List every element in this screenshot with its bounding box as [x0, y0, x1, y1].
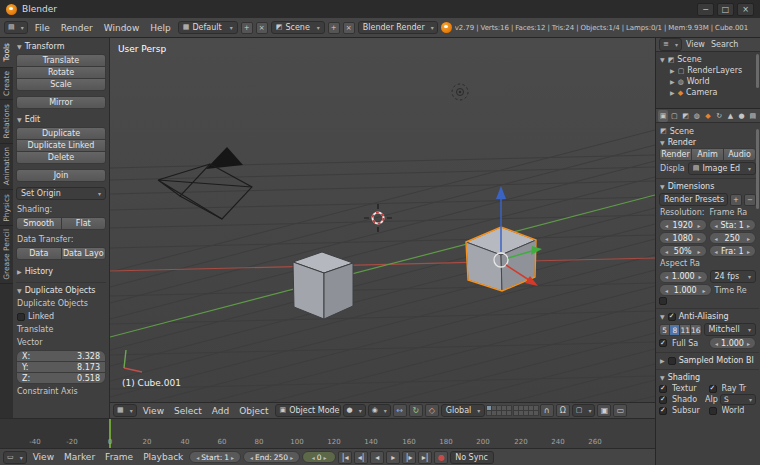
world-checkbox[interactable]: [709, 407, 717, 415]
ptab-render[interactable]: ▣: [658, 110, 668, 122]
redo-panel-header[interactable]: Duplicate Objects: [16, 282, 106, 296]
maximize-button[interactable]: □: [717, 3, 734, 16]
cube-object[interactable]: [293, 252, 353, 319]
ptab-modifiers[interactable]: ↻: [714, 110, 724, 122]
raytrace-checkbox[interactable]: [709, 385, 717, 393]
timeline-marker-menu[interactable]: Marker: [60, 452, 99, 462]
prev-keyframe-button[interactable]: ◂|: [354, 451, 368, 464]
timeline-playback-menu[interactable]: Playback: [139, 452, 187, 462]
close-button[interactable]: ×: [737, 3, 754, 16]
smooth-button[interactable]: Smooth: [16, 217, 62, 230]
delete-scene-button[interactable]: ×: [343, 22, 355, 34]
data-layout-button[interactable]: Data Layo: [61, 247, 107, 260]
ptab-world[interactable]: ◍: [692, 110, 702, 122]
layers-widget[interactable]: [487, 406, 538, 415]
aa-panel-header[interactable]: Anti-Aliasing: [659, 311, 756, 322]
manipulator-translate-toggle[interactable]: ↔: [393, 404, 407, 417]
frame-step-field[interactable]: Fra: 1: [709, 245, 757, 257]
next-keyframe-button[interactable]: |▸: [402, 451, 416, 464]
aa-size-field[interactable]: 1.000: [709, 337, 756, 349]
snap-element-selector[interactable]: ▢: [572, 404, 596, 417]
menu-help[interactable]: Help: [146, 23, 175, 33]
screen-layout-selector[interactable]: ▦Default: [178, 21, 238, 34]
anim-button[interactable]: Anim: [691, 148, 724, 161]
opengl-render-button[interactable]: ▣: [597, 404, 611, 417]
3d-viewport[interactable]: User Persp (1) Cube.001: [110, 38, 655, 402]
transform-panel-header[interactable]: Transform: [16, 41, 106, 52]
view-menu[interactable]: View: [139, 406, 168, 416]
ptab-data[interactable]: ▲: [725, 110, 735, 122]
play-button[interactable]: ▸: [386, 451, 400, 464]
resolution-x-field[interactable]: 1920: [659, 219, 707, 231]
join-button[interactable]: Join: [16, 169, 106, 182]
snap-toggle[interactable]: Ω: [556, 404, 570, 417]
pivot-center-selector[interactable]: ◉: [368, 404, 391, 417]
ptab-scene[interactable]: ◩: [680, 110, 690, 122]
aa-samples-16[interactable]: 16: [690, 324, 702, 336]
play-reverse-button[interactable]: ◂: [370, 451, 384, 464]
tab-grease-pencil[interactable]: Grease Pencil: [0, 226, 13, 284]
full-sample-checkbox[interactable]: [659, 339, 667, 347]
tab-relations[interactable]: Relations: [0, 100, 13, 144]
delete-layout-button[interactable]: ×: [256, 22, 268, 34]
mode-selector[interactable]: ▣Object Mode: [275, 404, 341, 417]
outliner-item-world[interactable]: ◍World: [658, 76, 758, 87]
menu-window[interactable]: Window: [100, 23, 144, 33]
menu-render[interactable]: Render: [57, 23, 97, 33]
shadows-checkbox[interactable]: [659, 396, 667, 404]
viewport-shading-selector[interactable]: ●: [343, 404, 366, 417]
add-menu[interactable]: Add: [208, 406, 233, 416]
outliner-editor-selector[interactable]: ≡: [659, 38, 682, 51]
timeline-view-menu[interactable]: View: [29, 452, 58, 462]
outliner-view-menu[interactable]: View: [684, 40, 707, 49]
end-frame-field[interactable]: End:250: [243, 451, 300, 463]
outliner-item-renderlayers[interactable]: ▢RenderLayers: [658, 65, 758, 76]
flat-button[interactable]: Flat: [61, 217, 107, 230]
ptab-texture[interactable]: ▤: [748, 110, 758, 122]
edit-panel-header[interactable]: Edit: [16, 114, 106, 125]
aa-filter-selector[interactable]: Mitchell: [704, 323, 757, 336]
manipulator-rotate-toggle[interactable]: ↻: [409, 404, 423, 417]
tab-physics[interactable]: Physics: [0, 190, 13, 226]
add-scene-button[interactable]: +: [328, 22, 340, 34]
add-preset-button[interactable]: +: [730, 194, 742, 206]
set-origin-menu[interactable]: Set Origin: [16, 187, 106, 200]
start-frame-field[interactable]: Start:1: [189, 451, 241, 463]
add-layout-button[interactable]: +: [241, 22, 253, 34]
aspect-x-field[interactable]: 1.000: [659, 271, 708, 283]
record-button[interactable]: ●: [434, 451, 448, 464]
ptab-render-layers[interactable]: ▢: [669, 110, 679, 122]
select-menu[interactable]: Select: [170, 406, 206, 416]
lock-to-scene-toggle[interactable]: ∩: [540, 404, 554, 417]
motion-blur-panel-header[interactable]: Sampled Motion Bl: [659, 355, 756, 366]
audio-button[interactable]: Audio: [723, 148, 756, 161]
timeline-ruler[interactable]: -40 -20 0 20 40 60 80 100 120 140 160 18…: [0, 418, 655, 448]
end-frame-field[interactable]: 250: [709, 232, 757, 244]
tab-animation[interactable]: Animation: [0, 144, 13, 190]
object-menu[interactable]: Object: [235, 406, 272, 416]
delete-button[interactable]: Delete: [16, 151, 106, 164]
render-panel-header[interactable]: Render: [659, 137, 756, 148]
jump-to-end-button[interactable]: ▸|: [418, 451, 432, 464]
orientation-selector[interactable]: Global: [441, 404, 485, 417]
outliner-search-menu[interactable]: Search: [709, 40, 740, 49]
textures-checkbox[interactable]: [659, 385, 667, 393]
sync-mode-selector[interactable]: No Sync: [450, 451, 494, 464]
vector-z-field[interactable]: Z:0.518: [16, 372, 106, 384]
history-panel-header[interactable]: History: [16, 266, 106, 277]
timeline-frame-menu[interactable]: Frame: [101, 452, 137, 462]
mirror-button[interactable]: Mirror: [16, 96, 106, 109]
frame-rate-selector[interactable]: 24 fps: [710, 270, 757, 283]
dimensions-panel-header[interactable]: Dimensions: [659, 181, 756, 192]
subsurface-checkbox[interactable]: [659, 407, 667, 415]
tab-tools[interactable]: Tools: [0, 38, 13, 68]
shading-panel-header[interactable]: Shading: [659, 372, 756, 383]
menu-file[interactable]: File: [31, 23, 54, 33]
current-frame-field[interactable]: 0: [302, 451, 336, 463]
jump-to-start-button[interactable]: |◂: [338, 451, 352, 464]
scale-button[interactable]: Scale: [16, 78, 106, 91]
viewport-editor-type-selector[interactable]: ▦: [113, 404, 137, 417]
timeline-editor-selector[interactable]: ▭: [3, 451, 27, 464]
scene-selector[interactable]: ◩Scene: [271, 21, 325, 34]
viewport-canvas[interactable]: User Persp (1) Cube.001: [110, 38, 655, 402]
